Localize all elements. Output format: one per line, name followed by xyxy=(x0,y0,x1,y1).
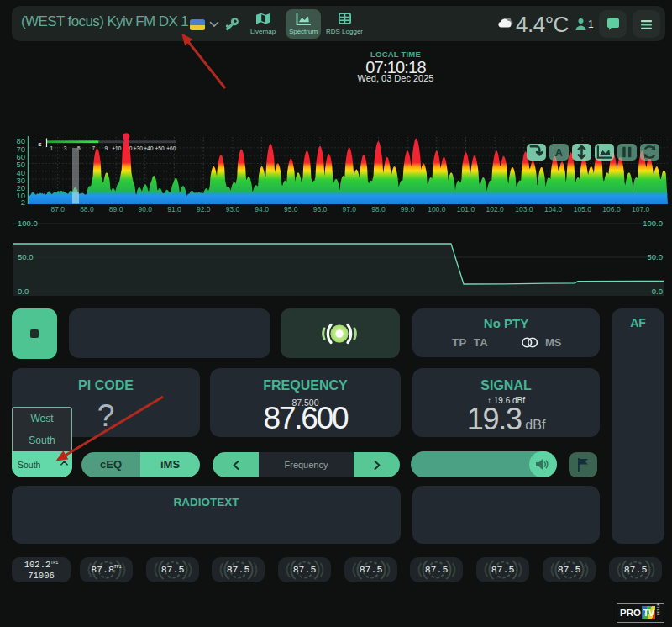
svg-text:100.0: 100.0 xyxy=(18,219,38,228)
svg-text:0.0: 0.0 xyxy=(18,287,29,296)
svg-text:50.0: 50.0 xyxy=(648,252,664,261)
svg-text:100.0: 100.0 xyxy=(643,219,663,228)
svg-text:0.0: 0.0 xyxy=(652,287,663,296)
svg-text:50.0: 50.0 xyxy=(18,252,34,261)
